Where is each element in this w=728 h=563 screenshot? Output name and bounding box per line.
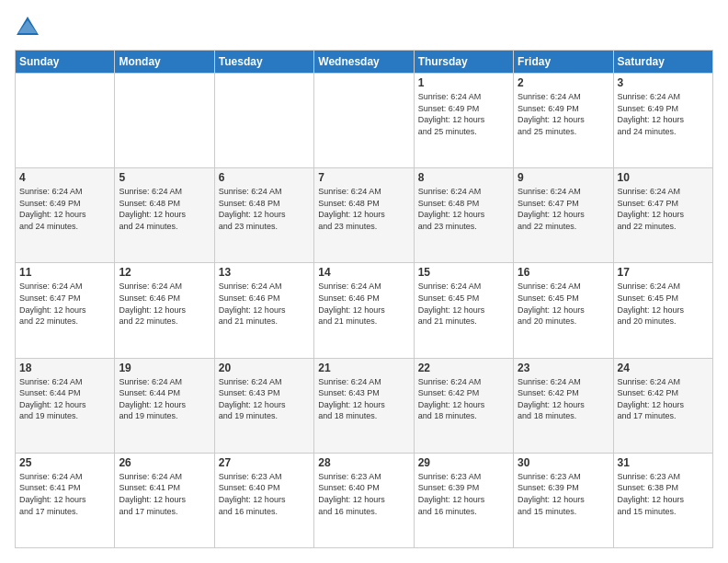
day-info: Sunrise: 6:24 AM Sunset: 6:45 PM Dayligh… [518, 281, 609, 327]
day-info: Sunrise: 6:24 AM Sunset: 6:44 PM Dayligh… [119, 376, 210, 422]
day-info: Sunrise: 6:24 AM Sunset: 6:48 PM Dayligh… [318, 186, 409, 232]
day-number: 27 [219, 456, 310, 469]
calendar-cell: 25Sunrise: 6:24 AM Sunset: 6:41 PM Dayli… [16, 453, 115, 547]
day-info: Sunrise: 6:24 AM Sunset: 6:49 PM Dayligh… [518, 91, 609, 137]
day-info: Sunrise: 6:24 AM Sunset: 6:43 PM Dayligh… [318, 376, 409, 422]
day-info: Sunrise: 6:24 AM Sunset: 6:49 PM Dayligh… [618, 91, 709, 137]
calendar-cell [314, 74, 414, 168]
calendar-header-saturday: Saturday [613, 51, 712, 74]
day-number: 26 [119, 456, 210, 469]
day-info: Sunrise: 6:24 AM Sunset: 6:41 PM Dayligh… [19, 471, 110, 517]
day-info: Sunrise: 6:23 AM Sunset: 6:40 PM Dayligh… [318, 471, 409, 517]
day-number: 30 [518, 456, 609, 469]
calendar-cell: 2Sunrise: 6:24 AM Sunset: 6:49 PM Daylig… [514, 74, 613, 168]
calendar-cell: 4Sunrise: 6:24 AM Sunset: 6:49 PM Daylig… [16, 168, 115, 263]
calendar-cell: 11Sunrise: 6:24 AM Sunset: 6:47 PM Dayli… [16, 263, 115, 358]
day-info: Sunrise: 6:24 AM Sunset: 6:42 PM Dayligh… [518, 376, 609, 422]
day-number: 5 [119, 171, 210, 184]
calendar-body: 1Sunrise: 6:24 AM Sunset: 6:49 PM Daylig… [16, 74, 713, 548]
calendar-cell: 18Sunrise: 6:24 AM Sunset: 6:44 PM Dayli… [16, 358, 115, 453]
week-row-1: 1Sunrise: 6:24 AM Sunset: 6:49 PM Daylig… [16, 74, 713, 168]
day-info: Sunrise: 6:24 AM Sunset: 6:48 PM Dayligh… [418, 186, 509, 232]
calendar-cell [214, 74, 313, 168]
day-number: 8 [418, 171, 509, 184]
day-number: 23 [518, 362, 609, 374]
day-number: 13 [219, 266, 310, 279]
day-info: Sunrise: 6:24 AM Sunset: 6:44 PM Dayligh… [19, 376, 110, 422]
calendar-cell: 7Sunrise: 6:24 AM Sunset: 6:48 PM Daylig… [314, 168, 414, 263]
day-number: 17 [618, 266, 709, 279]
day-info: Sunrise: 6:23 AM Sunset: 6:39 PM Dayligh… [418, 471, 509, 517]
calendar-header-thursday: Thursday [414, 51, 513, 74]
calendar-cell: 1Sunrise: 6:24 AM Sunset: 6:49 PM Daylig… [414, 74, 513, 168]
calendar-table: SundayMondayTuesdayWednesdayThursdayFrid… [15, 50, 713, 548]
day-number: 19 [119, 362, 210, 374]
calendar-cell: 6Sunrise: 6:24 AM Sunset: 6:48 PM Daylig… [214, 168, 313, 263]
logo [15, 15, 44, 40]
calendar-header-sunday: Sunday [16, 51, 115, 74]
day-number: 1 [418, 76, 509, 89]
day-number: 2 [518, 76, 609, 89]
calendar-cell: 16Sunrise: 6:24 AM Sunset: 6:45 PM Dayli… [514, 263, 613, 358]
day-info: Sunrise: 6:24 AM Sunset: 6:48 PM Dayligh… [219, 186, 310, 232]
week-row-5: 25Sunrise: 6:24 AM Sunset: 6:41 PM Dayli… [16, 453, 713, 547]
day-info: Sunrise: 6:24 AM Sunset: 6:48 PM Dayligh… [119, 186, 210, 232]
calendar-cell: 30Sunrise: 6:23 AM Sunset: 6:39 PM Dayli… [514, 453, 613, 547]
calendar-cell: 26Sunrise: 6:24 AM Sunset: 6:41 PM Dayli… [115, 453, 214, 547]
calendar-cell: 12Sunrise: 6:24 AM Sunset: 6:46 PM Dayli… [115, 263, 214, 358]
week-row-2: 4Sunrise: 6:24 AM Sunset: 6:49 PM Daylig… [16, 168, 713, 263]
calendar-cell: 21Sunrise: 6:24 AM Sunset: 6:43 PM Dayli… [314, 358, 414, 453]
calendar-cell: 29Sunrise: 6:23 AM Sunset: 6:39 PM Dayli… [414, 453, 513, 547]
day-info: Sunrise: 6:24 AM Sunset: 6:49 PM Dayligh… [19, 186, 110, 232]
calendar-cell: 27Sunrise: 6:23 AM Sunset: 6:40 PM Dayli… [214, 453, 313, 547]
week-row-3: 11Sunrise: 6:24 AM Sunset: 6:47 PM Dayli… [16, 263, 713, 358]
svg-marker-1 [18, 20, 37, 33]
day-number: 3 [618, 76, 709, 89]
day-number: 15 [418, 266, 509, 279]
calendar-cell: 24Sunrise: 6:24 AM Sunset: 6:42 PM Dayli… [613, 358, 712, 453]
calendar-cell: 17Sunrise: 6:24 AM Sunset: 6:45 PM Dayli… [613, 263, 712, 358]
calendar-cell: 8Sunrise: 6:24 AM Sunset: 6:48 PM Daylig… [414, 168, 513, 263]
day-info: Sunrise: 6:24 AM Sunset: 6:46 PM Dayligh… [219, 281, 310, 327]
calendar-cell: 9Sunrise: 6:24 AM Sunset: 6:47 PM Daylig… [514, 168, 613, 263]
day-info: Sunrise: 6:24 AM Sunset: 6:41 PM Dayligh… [119, 471, 210, 517]
day-number: 29 [418, 456, 509, 469]
day-number: 31 [618, 456, 709, 469]
day-info: Sunrise: 6:24 AM Sunset: 6:42 PM Dayligh… [618, 376, 709, 422]
calendar-cell: 3Sunrise: 6:24 AM Sunset: 6:49 PM Daylig… [613, 74, 712, 168]
day-number: 24 [618, 362, 709, 374]
day-info: Sunrise: 6:23 AM Sunset: 6:40 PM Dayligh… [219, 471, 310, 517]
day-info: Sunrise: 6:24 AM Sunset: 6:46 PM Dayligh… [119, 281, 210, 327]
day-number: 25 [19, 456, 110, 469]
day-number: 28 [318, 456, 409, 469]
day-number: 11 [19, 266, 110, 279]
day-number: 20 [219, 362, 310, 374]
day-number: 6 [219, 171, 310, 184]
calendar-header-monday: Monday [115, 51, 214, 74]
calendar-cell: 19Sunrise: 6:24 AM Sunset: 6:44 PM Dayli… [115, 358, 214, 453]
calendar-cell: 23Sunrise: 6:24 AM Sunset: 6:42 PM Dayli… [514, 358, 613, 453]
week-row-4: 18Sunrise: 6:24 AM Sunset: 6:44 PM Dayli… [16, 358, 713, 453]
day-number: 9 [518, 171, 609, 184]
calendar-header-tuesday: Tuesday [214, 51, 313, 74]
day-info: Sunrise: 6:24 AM Sunset: 6:49 PM Dayligh… [418, 91, 509, 137]
calendar-header-wednesday: Wednesday [314, 51, 414, 74]
day-number: 22 [418, 362, 509, 374]
calendar-cell: 15Sunrise: 6:24 AM Sunset: 6:45 PM Dayli… [414, 263, 513, 358]
day-number: 21 [318, 362, 409, 374]
day-info: Sunrise: 6:23 AM Sunset: 6:39 PM Dayligh… [518, 471, 609, 517]
day-number: 7 [318, 171, 409, 184]
day-number: 10 [618, 171, 709, 184]
day-info: Sunrise: 6:24 AM Sunset: 6:46 PM Dayligh… [318, 281, 409, 327]
page: SundayMondayTuesdayWednesdayThursdayFrid… [0, 0, 728, 563]
day-info: Sunrise: 6:23 AM Sunset: 6:38 PM Dayligh… [618, 471, 709, 517]
day-info: Sunrise: 6:24 AM Sunset: 6:42 PM Dayligh… [418, 376, 509, 422]
calendar-cell [16, 74, 115, 168]
day-info: Sunrise: 6:24 AM Sunset: 6:47 PM Dayligh… [19, 281, 110, 327]
day-info: Sunrise: 6:24 AM Sunset: 6:45 PM Dayligh… [618, 281, 709, 327]
day-number: 14 [318, 266, 409, 279]
calendar-cell: 28Sunrise: 6:23 AM Sunset: 6:40 PM Dayli… [314, 453, 414, 547]
calendar-cell [115, 74, 214, 168]
calendar-header-row: SundayMondayTuesdayWednesdayThursdayFrid… [16, 51, 713, 74]
calendar-header-friday: Friday [514, 51, 613, 74]
